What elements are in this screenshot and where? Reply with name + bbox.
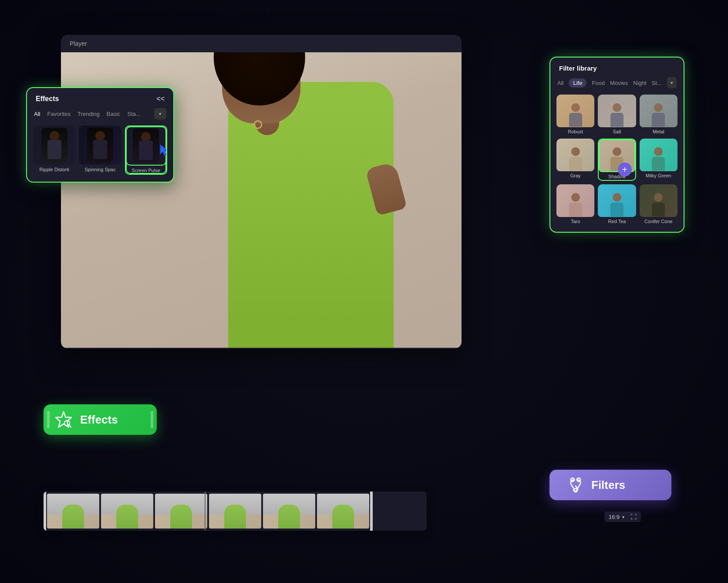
- effect-label-screenpulse: Screen Pulse: [126, 166, 166, 174]
- filter-item-milkygreen[interactable]: Milky Green: [640, 139, 677, 181]
- effects-pill-handle-left: [47, 411, 50, 428]
- cursor-arrow: [159, 144, 167, 159]
- filter-label-gray: Gray: [556, 171, 594, 179]
- aspect-ratio-chevron: ▾: [622, 515, 624, 519]
- filters-pill-text: Filters: [591, 478, 625, 492]
- effects-collapse-btn[interactable]: <<: [156, 95, 165, 103]
- filter-tabs: All Life Food Movies Night St... ▾: [550, 77, 684, 95]
- filter-tab-night[interactable]: Night: [633, 80, 646, 86]
- svg-marker-0: [160, 145, 167, 156]
- timeline-handle-right[interactable]: [370, 491, 373, 531]
- filter-label-robust: Robust: [556, 127, 594, 135]
- effects-tab-basic[interactable]: Basic: [107, 111, 121, 117]
- effects-panel: Effects << All Favorites Trending Basic …: [26, 87, 174, 183]
- filter-label-milkygreen: Milky Green: [640, 171, 677, 179]
- timeline-thumb-3: [155, 494, 207, 529]
- effects-tab-all[interactable]: All: [34, 111, 40, 117]
- player-title: Player: [70, 40, 87, 47]
- thumb-person-5: [278, 505, 300, 529]
- filter-tab-life[interactable]: Life: [569, 78, 586, 88]
- effects-panel-header: Effects <<: [27, 88, 173, 108]
- effects-tab-favorites[interactable]: Favorites: [47, 111, 70, 117]
- effect-label-ripple: Ripple Distorti: [33, 165, 75, 173]
- filter-add-button[interactable]: +: [618, 163, 632, 176]
- filter-tab-st[interactable]: St...: [652, 80, 662, 86]
- effects-dropdown-btn[interactable]: ▾: [154, 108, 166, 119]
- timeline-handle-left[interactable]: [44, 491, 46, 531]
- effects-pill-text: Effects: [80, 413, 118, 427]
- filter-label-taro: Taro: [556, 217, 594, 225]
- timeline-playhead: [205, 491, 206, 531]
- filter-panel-header: Filter library: [550, 58, 684, 77]
- effects-tab-trending[interactable]: Trending: [78, 111, 100, 117]
- thumb-person-1: [62, 505, 84, 529]
- filter-label-salt: Salt: [598, 127, 636, 135]
- filter-item-shadow[interactable]: + Shadow: [598, 139, 636, 181]
- filters-label-pill[interactable]: Filters: [549, 470, 671, 500]
- player-panel: Player: [61, 35, 462, 349]
- thumb-person-6: [332, 505, 354, 529]
- effects-pill-handle-right: [151, 411, 153, 428]
- timeline-strip: [44, 491, 427, 531]
- timeline-thumb-4: [209, 494, 261, 529]
- timeline-thumb-1: [47, 494, 99, 529]
- star-icon: [54, 410, 73, 429]
- effect-label-spinning: Spinning Spac: [79, 165, 121, 173]
- filter-tab-food[interactable]: Food: [592, 80, 605, 86]
- filter-label-redtea: Red Tea: [598, 217, 636, 225]
- player-header: Player: [61, 35, 462, 52]
- timeline-thumb-2: [101, 494, 153, 529]
- filter-item-salt[interactable]: Salt: [598, 95, 636, 135]
- fullscreen-icon[interactable]: ⛶: [630, 513, 637, 520]
- aspect-ratio-label: 16:9: [609, 514, 620, 520]
- effects-panel-title: Effects: [36, 95, 59, 103]
- filter-item-metal[interactable]: Metal: [640, 95, 677, 135]
- effect-item-spinning[interactable]: Spinning Spac: [79, 125, 121, 175]
- filter-tab-movies[interactable]: Movies: [610, 80, 628, 86]
- filter-label-conifer: Conifer Cone: [640, 217, 677, 225]
- thumb-person-2: [116, 505, 138, 529]
- filter-label-metal: Metal: [640, 127, 677, 135]
- effects-label-pill[interactable]: Effects: [44, 404, 157, 435]
- filter-item-gray[interactable]: Gray: [556, 139, 594, 181]
- recycle-icon: [567, 476, 584, 494]
- filter-dropdown-btn[interactable]: ▾: [667, 77, 677, 88]
- effect-item-screenpulse[interactable]: Screen Pulse: [125, 125, 167, 175]
- effects-grid: Ripple Distorti Spinning Spac: [27, 125, 173, 182]
- aspect-ratio-badge[interactable]: 16:9 ▾ ⛶: [604, 512, 641, 522]
- timeline-thumb-5: [263, 494, 315, 529]
- filter-tab-all[interactable]: All: [557, 80, 563, 86]
- effects-tab-sta[interactable]: Sta...: [128, 111, 141, 117]
- filter-item-redtea[interactable]: Red Tea: [598, 184, 636, 225]
- timeline-thumb-6: [317, 494, 369, 529]
- filter-grid: Robust Salt Metal Gray + Shadow: [550, 95, 684, 232]
- earring: [253, 120, 262, 129]
- svg-line-2: [69, 425, 71, 427]
- filter-item-robust[interactable]: Robust: [556, 95, 594, 135]
- filter-item-conifer[interactable]: Conifer Cone: [640, 184, 677, 225]
- effect-item-ripple[interactable]: Ripple Distorti: [33, 125, 75, 175]
- thumb-person-4: [224, 505, 246, 529]
- filter-panel: Filter library All Life Food Movies Nigh…: [549, 57, 684, 233]
- effects-tabs: All Favorites Trending Basic Sta... ▾: [27, 108, 173, 125]
- filter-panel-title: Filter library: [559, 64, 597, 72]
- filter-item-taro[interactable]: Taro: [556, 184, 594, 225]
- thumb-person-3: [170, 505, 192, 529]
